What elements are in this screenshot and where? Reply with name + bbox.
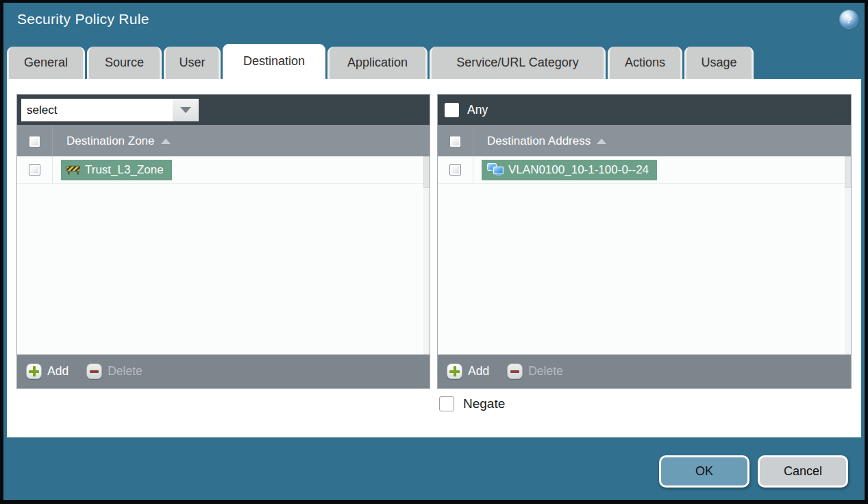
scrollbar-thumb[interactable]: [423, 156, 430, 188]
zone-toolbar: [17, 95, 430, 125]
delete-address-button[interactable]: Delete: [507, 363, 563, 379]
delete-zone-label: Delete: [108, 364, 142, 379]
ok-button-label: OK: [695, 464, 713, 479]
help-icon[interactable]: ?: [840, 10, 858, 28]
address-row-checkbox-cell: [438, 156, 473, 183]
tab-label: Usage: [701, 56, 736, 70]
destination-tab-content: Destination Zone: [7, 79, 861, 437]
negate-checkbox[interactable]: [439, 396, 454, 411]
table-row: VLAN0100_10-1-100-0--24: [438, 156, 851, 184]
negate-row: Negate: [439, 396, 505, 411]
sort-asc-icon: [161, 139, 171, 144]
chevron-down-icon: [180, 107, 191, 113]
tab-general[interactable]: General: [7, 47, 85, 79]
address-column-header-row: Destination Address: [438, 125, 851, 156]
scrollbar-thumb[interactable]: [845, 156, 851, 188]
ok-button[interactable]: OK: [659, 455, 749, 488]
address-select-all-cell: [438, 126, 473, 156]
security-policy-rule-dialog: Security Policy Rule ? General Source Us…: [0, 0, 868, 504]
tab-usage[interactable]: Usage: [684, 47, 754, 79]
cancel-button[interactable]: Cancel: [758, 455, 848, 488]
delete-zone-button[interactable]: Delete: [86, 363, 142, 379]
zone-table-body: Trust_L3_Zone: [17, 156, 430, 355]
tab-user[interactable]: User: [164, 47, 221, 79]
add-address-button[interactable]: Add: [447, 363, 489, 379]
tab-label: Application: [347, 56, 408, 70]
tab-destination[interactable]: Destination: [223, 44, 325, 79]
address-select-all-checkbox[interactable]: [449, 136, 461, 147]
tab-label: Destination: [243, 54, 305, 69]
tab-label: User: [179, 56, 205, 70]
add-zone-label: Add: [47, 364, 69, 379]
plus-icon: [447, 363, 462, 379]
add-address-label: Add: [468, 364, 489, 379]
tab-label: Source: [105, 56, 144, 70]
delete-address-label: Delete: [528, 364, 563, 379]
address-panel-footer: Add Delete: [438, 355, 851, 388]
add-zone-button[interactable]: Add: [26, 363, 69, 379]
address-item-vlan0100[interactable]: VLAN0100_10-1-100-0--24: [482, 160, 657, 180]
tab-service-url-category[interactable]: Service/URL Category: [430, 47, 606, 79]
zone-column-header-label: Destination Zone: [66, 134, 155, 148]
help-glyph: ?: [845, 14, 852, 25]
address-icon: [487, 163, 504, 176]
zone-column-header[interactable]: Destination Zone: [66, 126, 171, 156]
negate-label: Negate: [463, 396, 505, 411]
address-toolbar: Any: [438, 95, 851, 125]
address-table-body: VLAN0100_10-1-100-0--24: [438, 156, 851, 355]
sort-asc-icon: [597, 139, 606, 144]
destination-address-panel: Any Destination Address: [437, 94, 852, 389]
address-column-header[interactable]: Destination Address: [487, 126, 606, 156]
any-checkbox[interactable]: [445, 103, 459, 117]
zone-select-all-checkbox[interactable]: [29, 136, 40, 147]
tab-bar: General Source User Destination Applicat…: [7, 47, 756, 79]
zone-item-label: Trust_L3_Zone: [85, 163, 164, 177]
zone-column-header-row: Destination Zone: [17, 125, 430, 156]
zone-row-checkbox-cell: [17, 156, 53, 183]
minus-icon: [86, 363, 102, 379]
address-column-header-label: Destination Address: [487, 134, 591, 148]
zone-select-input[interactable]: [21, 99, 173, 121]
tab-label: Service/URL Category: [456, 56, 578, 70]
tab-label: General: [24, 56, 68, 70]
table-row: Trust_L3_Zone: [17, 156, 430, 184]
zone-select-all-cell: [17, 126, 53, 156]
address-row-checkbox[interactable]: [449, 164, 461, 176]
any-row: Any: [445, 103, 488, 117]
tab-source[interactable]: Source: [87, 47, 162, 79]
zone-select-dropdown-button[interactable]: [173, 99, 199, 121]
tab-label: Actions: [625, 56, 665, 70]
plus-icon: [26, 363, 42, 379]
zone-item-trust-l3-zone[interactable]: Trust_L3_Zone: [61, 160, 172, 180]
scrollbar[interactable]: [423, 156, 430, 355]
cancel-button-label: Cancel: [784, 464, 822, 479]
destination-zone-panel: Destination Zone: [16, 94, 430, 389]
any-label: Any: [467, 103, 488, 117]
dialog-title: Security Policy Rule: [17, 11, 149, 27]
minus-icon: [507, 363, 523, 379]
zone-row-checkbox[interactable]: [29, 164, 40, 176]
tab-actions[interactable]: Actions: [608, 47, 682, 79]
zone-panel-footer: Add Delete: [17, 355, 430, 388]
tab-application[interactable]: Application: [327, 47, 427, 79]
scrollbar[interactable]: [845, 156, 851, 355]
zone-icon: [66, 165, 80, 175]
address-item-label: VLAN0100_10-1-100-0--24: [508, 163, 649, 177]
